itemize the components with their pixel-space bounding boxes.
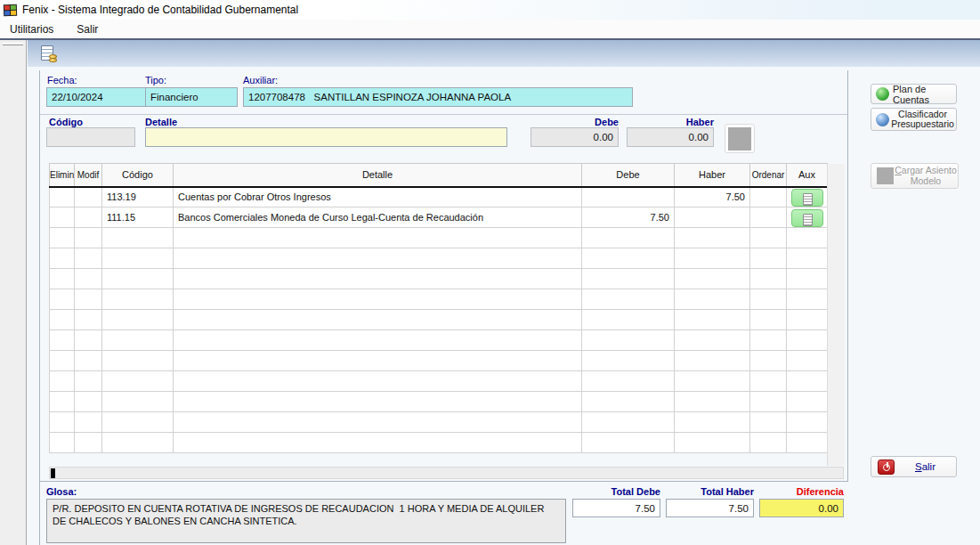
column-header-modif[interactable]: Modif (75, 164, 102, 187)
menu-item-salir[interactable]: Salir (74, 21, 101, 37)
table-row[interactable] (50, 269, 828, 289)
cell-modif (75, 248, 102, 269)
cell-aux (787, 371, 828, 392)
cell-detalle (174, 392, 582, 412)
cell-codigo (102, 289, 174, 310)
column-header-ordenar[interactable]: Ordenar (750, 164, 787, 187)
cell-modif (75, 187, 102, 207)
cell-ordenar (750, 269, 787, 289)
document-icon (803, 193, 813, 206)
cell-modif (75, 392, 102, 412)
table-row[interactable] (50, 351, 828, 371)
aux-detail-button[interactable] (791, 209, 823, 227)
table-row[interactable]: 113.19Cuentas por Cobrar Otros Ingresos7… (50, 187, 828, 207)
gray-square-icon (877, 167, 894, 184)
total-debe-label: Total Debe (572, 486, 660, 497)
tipo-field[interactable] (145, 87, 238, 107)
cell-aux (787, 269, 828, 289)
new-entry-button[interactable] (39, 45, 59, 64)
codigo-field[interactable] (46, 127, 135, 147)
cell-modif (75, 371, 102, 392)
table-row[interactable] (50, 433, 828, 453)
table-row[interactable] (50, 248, 828, 269)
cell-aux (787, 248, 828, 269)
menu-item-utilitarios[interactable]: Utilitarios (7, 21, 56, 37)
column-header-codigo[interactable]: Código (102, 164, 174, 187)
cell-detalle: Cuentas por Cobrar Otros Ingresos (174, 187, 582, 207)
cell-debe: 7.50 (582, 207, 675, 228)
column-header-aux[interactable]: Aux (787, 164, 828, 187)
add-entry-button[interactable] (725, 124, 755, 153)
cell-haber (675, 228, 750, 248)
auxiliar-field[interactable] (243, 87, 633, 107)
cell-debe (582, 330, 675, 351)
cell-aux (787, 207, 828, 228)
table-row[interactable]: 111.15Bancos Comerciales Moneda de Curso… (50, 207, 828, 228)
cell-aux (787, 392, 828, 412)
cell-aux (787, 412, 828, 433)
toolbar (28, 40, 980, 67)
cell-elimin (50, 269, 75, 289)
aux-detail-button[interactable] (791, 189, 823, 207)
fecha-field[interactable] (46, 87, 148, 107)
table-row[interactable] (50, 330, 828, 351)
cell-elimin (50, 248, 75, 269)
table-row[interactable] (50, 412, 828, 433)
cell-debe (582, 412, 675, 433)
cell-debe (582, 433, 675, 453)
salir-button[interactable]: Salir (871, 456, 957, 477)
cell-codigo (102, 371, 174, 392)
cell-detalle (174, 248, 582, 269)
debe-field[interactable] (530, 127, 619, 147)
auxiliar-label: Auxiliar: (243, 75, 278, 85)
header-separator (40, 114, 847, 115)
windows-flag-icon (4, 4, 17, 16)
column-header-elimin[interactable]: Elimin (50, 164, 75, 187)
cell-codigo (102, 269, 174, 289)
cell-ordenar (750, 371, 787, 392)
detalle-field[interactable] (145, 127, 507, 147)
power-icon (878, 460, 895, 475)
detalle-label: Detalle (145, 117, 177, 127)
cell-detalle (174, 228, 582, 248)
cell-modif (75, 289, 102, 310)
panel-grip-handle[interactable] (3, 43, 23, 45)
cell-elimin (50, 433, 75, 453)
scrollbar-thumb[interactable] (51, 468, 55, 478)
glosa-textarea[interactable]: P/R. DEPOSITO EN CUENTA ROTATIVA DE INGR… (46, 499, 566, 543)
clasificador-label: Clasificador Presupuestario (889, 110, 956, 130)
diferencia-label: Diferencia (759, 486, 844, 497)
cell-debe (582, 289, 675, 310)
vertical-scrollbar[interactable] (827, 164, 845, 466)
blue-sphere-icon (876, 113, 889, 126)
table-row[interactable] (50, 289, 828, 310)
cell-modif (75, 412, 102, 433)
debe-label: Debe (530, 117, 619, 127)
cell-debe (582, 269, 675, 289)
cell-haber (675, 412, 750, 433)
cell-codigo (102, 310, 174, 330)
window-title: Fenix - Sistema Integrado de Contabilida… (22, 4, 298, 16)
plan-de-cuentas-button[interactable]: Plan de Cuentas (871, 84, 957, 104)
clasificador-presupuestario-button[interactable]: Clasificador Presupuestario (871, 108, 957, 131)
cell-detalle (174, 433, 582, 453)
entries-table-body: 113.19Cuentas por Cobrar Otros Ingresos7… (50, 187, 828, 453)
cell-haber (675, 392, 750, 412)
cell-debe (582, 392, 675, 412)
table-row[interactable] (50, 310, 828, 330)
cell-elimin (50, 371, 75, 392)
table-row[interactable] (50, 228, 828, 248)
haber-field[interactable] (627, 127, 714, 147)
table-header-row: Elimin Modif Código Detalle Debe Haber O… (50, 164, 828, 187)
cargar-asiento-modelo-button[interactable]: Cargar Asiento Modelo (871, 163, 959, 189)
column-header-detalle[interactable]: Detalle (174, 164, 582, 187)
cell-elimin (50, 330, 75, 351)
column-header-haber[interactable]: Haber (675, 164, 750, 187)
plan-de-cuentas-label: Plan de Cuentas (893, 84, 956, 105)
column-header-debe[interactable]: Debe (582, 164, 675, 187)
table-row[interactable] (50, 392, 828, 412)
horizontal-scrollbar[interactable] (49, 467, 844, 479)
table-row[interactable] (50, 371, 828, 392)
cell-aux (787, 330, 828, 351)
cargar-asiento-label: Cargar Asiento Modelo (894, 166, 958, 186)
